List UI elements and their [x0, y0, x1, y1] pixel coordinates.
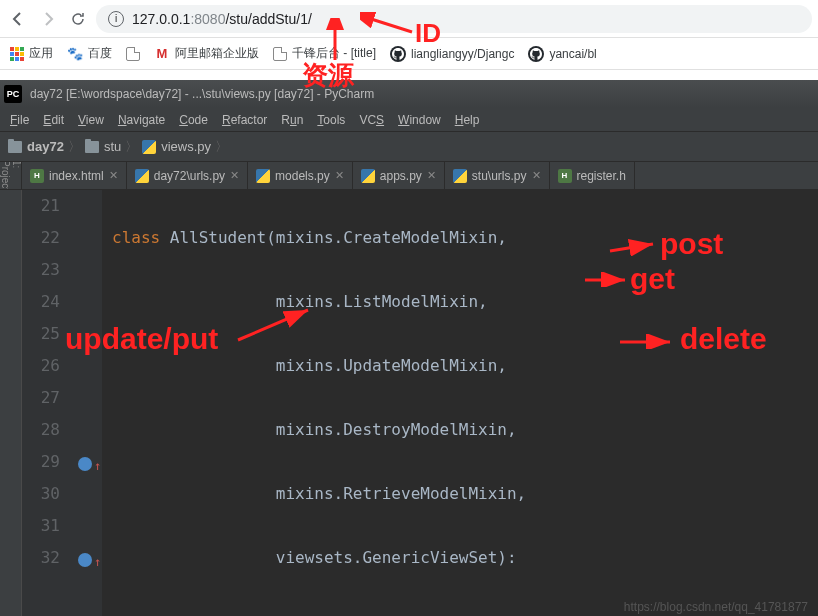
menu-navigate[interactable]: Navigate	[112, 111, 171, 129]
titlebar: PC day72 [E:\wordspace\day72] - ...\stu\…	[0, 80, 818, 108]
tab[interactable]: models.py✕	[248, 162, 353, 189]
menu-file[interactable]: File	[4, 111, 35, 129]
folder-icon	[8, 141, 22, 153]
forward-button[interactable]	[36, 7, 60, 31]
code-area[interactable]: class AllStudent(mixins.CreateModelMixin…	[102, 190, 818, 616]
menu-window[interactable]: Window	[392, 111, 447, 129]
breadcrumb-bar: day72 〉 stu 〉 views.py 〉	[0, 132, 818, 162]
menu-edit[interactable]: Edit	[37, 111, 70, 129]
alimail-icon: M	[154, 46, 170, 62]
menu-view[interactable]: View	[72, 111, 110, 129]
html-icon: H	[558, 169, 572, 183]
reload-button[interactable]	[66, 7, 90, 31]
menu-run[interactable]: Run	[275, 111, 309, 129]
url-text: 127.0.0.1:8080/stu/addStu/1/	[132, 11, 312, 27]
python-icon	[135, 169, 149, 183]
close-icon[interactable]: ✕	[532, 169, 541, 182]
bookmark-alimail[interactable]: M 阿里邮箱企业版	[154, 45, 259, 62]
html-icon: H	[30, 169, 44, 183]
python-icon	[453, 169, 467, 183]
python-icon	[142, 140, 156, 154]
github-icon	[528, 46, 544, 62]
line-gutter: 21 22 23 24 25 26 27 28 29 30 31 32	[22, 190, 72, 616]
back-button[interactable]	[6, 7, 30, 31]
pycharm-icon: PC	[4, 85, 22, 103]
github-icon	[390, 46, 406, 62]
menu-refactor[interactable]: Refactor	[216, 111, 273, 129]
browser-toolbar: i 127.0.0.1:8080/stu/addStu/1/	[0, 0, 818, 38]
python-icon	[361, 169, 375, 183]
menu-code[interactable]: Code	[173, 111, 214, 129]
breadcrumb-item[interactable]: day72	[8, 139, 64, 154]
tab[interactable]: day72\urls.py✕	[127, 162, 248, 189]
close-icon[interactable]: ✕	[109, 169, 118, 182]
bookmark-django[interactable]: liangliangyy/Djangc	[390, 46, 514, 62]
info-icon: i	[108, 11, 124, 27]
python-icon	[256, 169, 270, 183]
address-bar[interactable]: i 127.0.0.1:8080/stu/addStu/1/	[96, 5, 812, 33]
code-editor[interactable]: 21 22 23 24 25 26 27 28 29 30 31 32 ↑ ↑ …	[0, 190, 818, 616]
tab[interactable]: Hregister.h	[550, 162, 635, 189]
tab[interactable]: apps.py✕	[353, 162, 445, 189]
menu-tools[interactable]: Tools	[311, 111, 351, 129]
bookmarks-bar: 应用 🐾 百度 M 阿里邮箱企业版 千锋后台 - [title] liangli…	[0, 38, 818, 70]
window-title: day72 [E:\wordspace\day72] - ...\stu\vie…	[30, 87, 374, 101]
gutter-marks: ↑ ↑	[72, 190, 102, 616]
apps-icon	[10, 47, 24, 61]
pycharm-window: PC day72 [E:\wordspace\day72] - ...\stu\…	[0, 80, 818, 616]
watermark: https://blog.csdn.net/qq_41781877	[624, 600, 808, 614]
close-icon[interactable]: ✕	[335, 169, 344, 182]
page-icon	[126, 47, 140, 61]
tab[interactable]: Hindex.html✕	[22, 162, 127, 189]
page-icon	[273, 47, 287, 61]
override-icon[interactable]	[78, 457, 92, 471]
project-tool-tab[interactable]: 1: Project	[0, 162, 22, 189]
apps-bookmark[interactable]: 应用	[10, 45, 53, 62]
change-marker-icon: ↑	[94, 450, 101, 482]
folder-icon	[85, 141, 99, 153]
change-marker-icon: ↑	[94, 546, 101, 578]
bookmark-baidu[interactable]: 🐾 百度	[67, 45, 112, 62]
tab[interactable]: stu\urls.py✕	[445, 162, 550, 189]
editor-sidebar	[0, 190, 22, 616]
bookmark-yancai[interactable]: yancai/bl	[528, 46, 596, 62]
breadcrumb-item[interactable]: stu	[85, 139, 121, 154]
menu-vcs[interactable]: VCS	[353, 111, 390, 129]
close-icon[interactable]: ✕	[427, 169, 436, 182]
menu-help[interactable]: Help	[449, 111, 486, 129]
baidu-icon: 🐾	[67, 46, 83, 62]
bookmark-blank1[interactable]	[126, 47, 140, 61]
bookmark-qianfeng[interactable]: 千锋后台 - [title]	[273, 45, 376, 62]
close-icon[interactable]: ✕	[230, 169, 239, 182]
editor-tabs: 1: Project Hindex.html✕ day72\urls.py✕ m…	[0, 162, 818, 190]
breadcrumb-item[interactable]: views.py	[142, 139, 211, 154]
menubar: File Edit View Navigate Code Refactor Ru…	[0, 108, 818, 132]
override-icon[interactable]	[78, 553, 92, 567]
